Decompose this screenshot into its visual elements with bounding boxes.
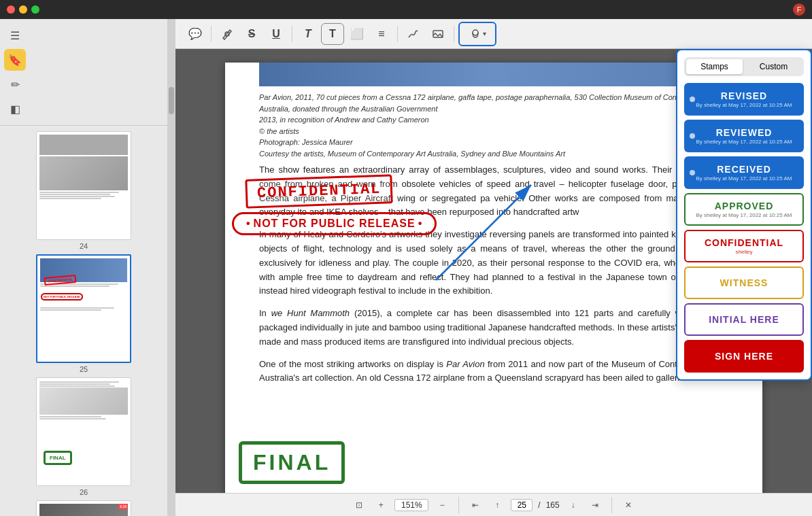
body-paragraph: One of the most striking artworks on dis… — [259, 358, 728, 386]
stamp-panel-tabs: Stamps Custom — [684, 57, 804, 76]
current-page-input[interactable] — [511, 499, 532, 511]
signature-button[interactable] — [402, 23, 425, 45]
sidebar: ☰ 🔖 ✏ ◧ 24 — [0, 19, 167, 516]
stamp-label: INITIAL HERE — [709, 314, 779, 325]
first-page-button[interactable]: ⇤ — [467, 497, 484, 513]
zoom-level: 151% — [394, 499, 428, 511]
stamp-sub: By shelley at May 17, 2022 at 10:25 AM — [696, 212, 792, 218]
strikethrough-button[interactable]: S — [240, 23, 263, 45]
list-item: CONFIDENTIAL NOT FOR PUBLIC RELEASE 25 — [5, 254, 162, 373]
page-thumbnail[interactable] — [36, 131, 131, 240]
page-separator: / — [538, 500, 540, 510]
maximize-button[interactable] — [31, 5, 39, 14]
document-area: 💬 S U T T ⬜ ≡ — [175, 19, 812, 516]
document-confidential-stamp: CONFIDENTIAL — [245, 174, 393, 209]
comment-button[interactable]: 💬 — [184, 23, 207, 45]
thumbnail-final-stamp: FINAL — [44, 451, 72, 465]
bookmark-icon[interactable]: 🔖 — [4, 49, 26, 71]
stamp-label: APPROVED — [715, 201, 774, 211]
stamp-dot-icon — [690, 133, 695, 139]
next-page-button[interactable]: ↓ — [565, 497, 581, 513]
stamp-panel: Stamps Custom REVISED By shelley at May … — [676, 49, 812, 381]
stamp-approved-item[interactable]: APPROVED By shelley at May 17, 2022 at 1… — [684, 193, 804, 226]
scrollbar-thumb[interactable] — [169, 87, 174, 114]
tab-custom[interactable]: Custom — [745, 59, 802, 74]
total-pages: 165 — [546, 500, 560, 510]
bottom-toolbar: ⊡ + 151% − ⇤ ↑ / 165 ↓ ⇥ ✕ — [175, 493, 812, 516]
toolbar-divider — [454, 26, 454, 42]
stamp-label: REVIEWED — [716, 127, 773, 138]
document-image — [259, 63, 728, 86]
zoom-out-button[interactable]: − — [434, 497, 450, 513]
stamp-sub: By shelley at May 17, 2022 at 10:25 AM — [696, 139, 792, 145]
page-number: 26 — [80, 488, 88, 496]
fit-page-button[interactable]: ⊡ — [351, 497, 367, 513]
close-bottom-button[interactable]: ✕ — [620, 497, 637, 513]
toolbar-divider — [397, 26, 398, 42]
sidebar-scrollbar[interactable] — [167, 19, 175, 516]
stamp-label: REVISED — [721, 90, 767, 101]
close-button[interactable] — [7, 5, 15, 14]
stamp-sign-here-item[interactable]: SIGN HERE — [684, 340, 804, 373]
stamp-dot-icon — [690, 170, 695, 175]
annotation-icon[interactable]: ✏ — [4, 73, 26, 95]
page-thumbnail-active[interactable]: CONFIDENTIAL NOT FOR PUBLIC RELEASE — [36, 254, 131, 363]
tab-stamps[interactable]: Stamps — [686, 59, 743, 74]
page-thumbnail[interactable]: 2:15 — [36, 500, 131, 516]
page-thumbnails: 24 CONFIDENTIAL NOT FOR PUBLIC RELEASE 2… — [0, 126, 167, 516]
document-final-stamp: FINAL — [239, 441, 345, 484]
stamp-sub: shelley — [736, 249, 753, 255]
minimize-button[interactable] — [19, 5, 27, 14]
text-button[interactable]: T — [297, 23, 320, 45]
draw-button[interactable] — [216, 23, 239, 45]
sidebar-toggle-icon[interactable]: ☰ — [4, 24, 26, 46]
stamp-label: SIGN HERE — [715, 351, 773, 362]
stamp-reviewed-item[interactable]: REVIEWED By shelley at May 17, 2022 at 1… — [684, 120, 804, 152]
stamp-sub: By shelley at May 17, 2022 at 10:25 AM — [696, 102, 792, 108]
body-paragraph: In we Hunt Mammoth (2015), a complete ca… — [259, 307, 728, 349]
stamp-button-container: ▾ — [458, 22, 496, 46]
list-item: 24 — [5, 131, 162, 250]
divider — [611, 497, 612, 513]
stamp-label: RECEIVED — [717, 164, 771, 175]
divider — [458, 497, 459, 513]
page-thumbnail[interactable]: FINAL — [36, 377, 131, 486]
document-notforpublic-stamp: NOT FOR PUBLIC RELEASE — [232, 212, 437, 235]
stamp-sub: By shelley at May 17, 2022 at 10:25 AM — [696, 175, 792, 182]
stamp-confidential-item[interactable]: CONFIDENTIAL shelley — [684, 230, 804, 262]
document-caption: Par Avion, 2011, 70 cut pieces from a Ce… — [259, 92, 728, 159]
stamp-label: WITNESS — [720, 277, 768, 288]
toolbar-divider — [211, 26, 212, 42]
stamp-initial-here-item[interactable]: INITIAL HERE — [684, 303, 804, 336]
main-container: ☰ 🔖 ✏ ◧ 24 — [0, 19, 812, 516]
stamp-label: CONFIDENTIAL — [705, 237, 783, 248]
stamp-button[interactable]: ▾ — [460, 23, 495, 45]
list-item: 2:15 27 — [5, 500, 162, 516]
svg-point-2 — [473, 30, 478, 35]
page-number: 25 — [80, 365, 88, 373]
body-paragraph: In many of Healy and Cordeiro's artworks… — [259, 228, 728, 298]
page-number: 24 — [80, 242, 88, 250]
last-page-button[interactable]: ⇥ — [587, 497, 603, 513]
video-badge: 2:15 — [118, 504, 128, 509]
stamp-revised-item[interactable]: REVISED By shelley at May 17, 2022 at 10… — [684, 83, 804, 116]
image-button[interactable] — [426, 23, 450, 45]
stamp-witness-item[interactable]: WITNESS — [684, 266, 804, 299]
thumbnail-notforpublic-stamp: NOT FOR PUBLIC RELEASE — [41, 293, 83, 300]
text2-button[interactable]: T — [321, 23, 344, 45]
stamp-received-item[interactable]: RECEIVED By shelley at May 17, 2022 at 1… — [684, 156, 804, 189]
layers-icon[interactable]: ◧ — [4, 98, 26, 120]
traffic-lights — [7, 5, 39, 14]
avatar: F — [793, 3, 805, 16]
toolbar: 💬 S U T T ⬜ ≡ — [175, 19, 812, 49]
zoom-in-button[interactable]: + — [373, 497, 389, 513]
textbox-button[interactable]: ⬜ — [345, 23, 369, 45]
stamp-items-list: REVISED By shelley at May 17, 2022 at 10… — [684, 83, 804, 373]
toolbar-divider — [292, 26, 292, 42]
titlebar: F — [0, 0, 812, 19]
list-button[interactable]: ≡ — [370, 23, 393, 45]
list-item: FINAL 26 — [5, 377, 162, 496]
prev-page-button[interactable]: ↑ — [489, 497, 505, 513]
underline-button[interactable]: U — [265, 23, 288, 45]
stamp-dot-icon — [690, 97, 695, 102]
